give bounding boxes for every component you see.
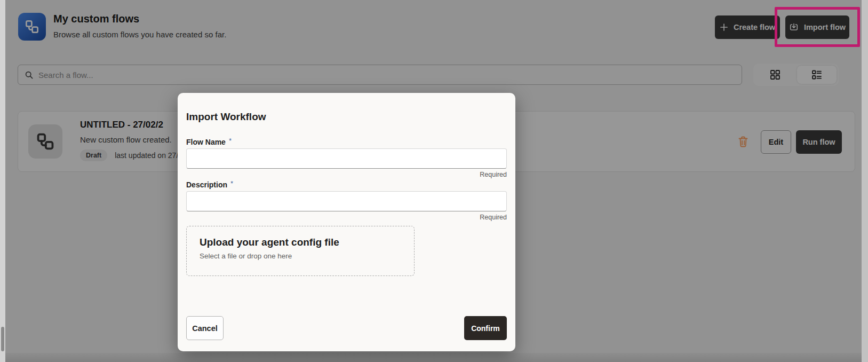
required-asterisk: *: [230, 179, 233, 187]
cancel-button[interactable]: Cancel: [186, 316, 224, 340]
description-label-row: Description *: [186, 180, 507, 189]
description-input[interactable]: [186, 191, 507, 211]
required-asterisk: *: [229, 137, 232, 145]
import-workflow-dialog: Import Workflow Flow Name * Required Des…: [178, 93, 515, 351]
description-label: Description: [186, 180, 227, 189]
right-scrollbar-track[interactable]: [862, 0, 868, 362]
app-viewport: My custom flows Browse all custom flows …: [0, 0, 868, 362]
flow-name-label: Flow Name: [186, 138, 226, 146]
flow-name-input[interactable]: [186, 148, 507, 169]
dialog-footer: Cancel Confirm: [186, 316, 507, 340]
flow-name-label-row: Flow Name *: [186, 138, 507, 146]
confirm-button[interactable]: Confirm: [464, 316, 507, 340]
left-scrollbar-track[interactable]: [0, 0, 5, 362]
left-scrollbar-thumb[interactable]: [1, 327, 4, 351]
description-required-hint: Required: [186, 214, 507, 222]
upload-dropzone[interactable]: Upload your agent config file Select a f…: [186, 226, 415, 276]
flow-name-required-hint: Required: [186, 171, 507, 179]
upload-title: Upload your agent config file: [200, 237, 414, 248]
dialog-title: Import Workflow: [186, 111, 507, 123]
upload-subtitle: Select a file or drop one here: [200, 252, 414, 260]
